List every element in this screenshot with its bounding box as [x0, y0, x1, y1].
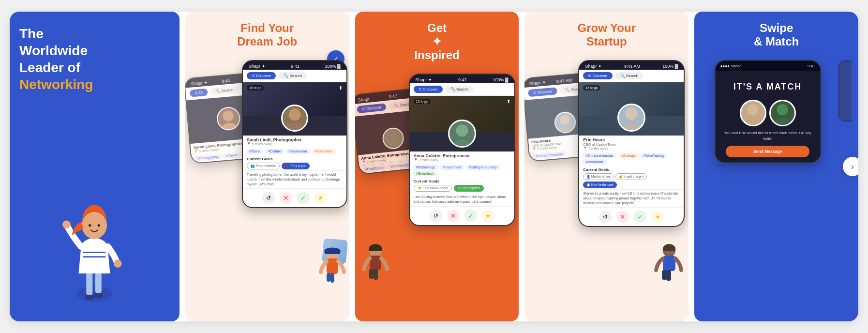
- svg-rect-18: [327, 273, 330, 282]
- card-swipe-match: Swipe & Match ●●●● Shapr9:41 IT'S A MATC…: [694, 12, 858, 321]
- svg-rect-2: [95, 271, 102, 293]
- svg-point-9: [89, 224, 91, 227]
- svg-point-0: [76, 286, 112, 302]
- hero-illustration: [19, 95, 170, 312]
- svg-point-14: [285, 122, 304, 130]
- svg-point-5: [62, 221, 71, 229]
- card-hero: The Worldwide Leader of Networking: [10, 12, 180, 321]
- card-get-inspired: Get ✦ Inspired Shapr9:47▓ ⊙ Discover 🔍 S…: [355, 12, 519, 321]
- card-grow-startup: Grow Your Startup Shapr ✦9:41 AM100% ⊙ D…: [524, 12, 688, 321]
- svg-point-3: [85, 295, 94, 300]
- card5-title: Swipe & Match: [701, 21, 852, 48]
- svg-rect-31: [666, 270, 671, 281]
- svg-point-10: [98, 224, 101, 227]
- svg-point-25: [560, 115, 570, 125]
- card3-title: Get ✦ Inspired: [362, 21, 512, 62]
- card4-title: Grow Your Startup: [531, 21, 682, 48]
- svg-point-27: [626, 107, 638, 120]
- svg-rect-23: [374, 269, 378, 280]
- next-arrow[interactable]: ›: [843, 157, 858, 176]
- svg-point-19: [456, 124, 468, 136]
- svg-point-13: [288, 108, 300, 121]
- svg-point-4: [94, 293, 103, 298]
- svg-point-35: [777, 104, 788, 115]
- card2-title: Find Your Dream Job: [192, 21, 343, 48]
- svg-rect-32: [662, 270, 667, 280]
- svg-point-28: [622, 123, 641, 130]
- svg-point-34: [744, 118, 762, 125]
- svg-rect-1: [87, 271, 93, 296]
- card-dream-job: Find Your Dream Job Shapr ✦9:41100% ▓ ⊙ …: [185, 12, 349, 321]
- svg-point-26: [558, 127, 575, 133]
- hero-headline: The Worldwide Leader of Networking: [19, 25, 170, 93]
- svg-point-20: [452, 139, 471, 146]
- svg-point-11: [223, 110, 234, 122]
- svg-point-36: [774, 118, 791, 125]
- svg-point-33: [747, 104, 758, 115]
- svg-point-12: [220, 122, 239, 130]
- svg-point-8: [82, 212, 107, 239]
- svg-rect-24: [369, 269, 374, 279]
- svg-rect-30: [663, 256, 675, 271]
- carousel-container: The Worldwide Leader of Networking: [10, 12, 858, 321]
- svg-rect-17: [330, 273, 334, 283]
- svg-point-6: [114, 259, 122, 268]
